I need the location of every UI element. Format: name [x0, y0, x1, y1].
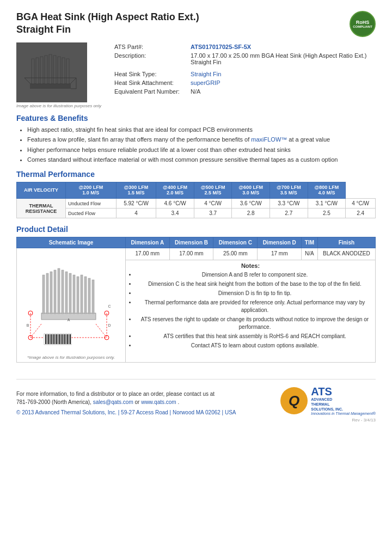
heat-sink-attachment-label: Heat Sink Attachment: — [112, 78, 188, 87]
svg-rect-7 — [58, 57, 60, 84]
ats-fullname-line1: ADVANCED — [311, 397, 376, 402]
dim-c-value: 25.00 mm — [213, 248, 258, 260]
svg-rect-40 — [45, 334, 46, 344]
col-800lfm: @800 LFM4.0 M/S — [308, 182, 346, 199]
svg-rect-44 — [51, 334, 52, 344]
svg-rect-1 — [32, 59, 34, 84]
svg-rect-46 — [53, 334, 54, 344]
feature-item: Features a low profile, slant fin array … — [27, 136, 376, 144]
thermal-unducted-row: THERMAL RESISTANCE Unducted Flow 5.92 °C… — [17, 199, 376, 209]
svg-line-11 — [71, 78, 76, 83]
feature-item: Comes standard without interface materia… — [27, 156, 376, 164]
svg-rect-53 — [63, 334, 64, 344]
svg-rect-4 — [45, 56, 47, 84]
notes-list: Dimension A and B refer to component siz… — [127, 271, 373, 350]
svg-rect-29 — [92, 280, 94, 314]
note-item: ATS reserves the right to update or chan… — [136, 316, 373, 331]
unducted-700: 3.1 °C/W — [308, 199, 346, 209]
ducted-300: 3.4 — [156, 209, 194, 218]
part-label: ATS Part#: — [112, 42, 188, 51]
finish-value: BLACK ANODIZED — [317, 248, 375, 260]
svg-rect-17 — [46, 273, 48, 314]
ats-q-logo: Q — [280, 387, 308, 414]
unducted-300: 4.6 °C/W — [156, 199, 194, 209]
heat-sink-type-value[interactable]: Straight Fin — [191, 71, 221, 77]
feature-item: High aspect ratio, straight fin heat sin… — [27, 126, 376, 134]
ducted-700: 2.5 — [308, 209, 346, 218]
svg-rect-21 — [62, 270, 64, 314]
dimension-a-header: Dimension A — [126, 237, 170, 248]
tim-value: N/A — [302, 248, 318, 260]
svg-rect-0 — [30, 83, 71, 89]
svg-rect-26 — [81, 275, 83, 314]
note-item: Dimension A and B refer to component siz… — [136, 271, 373, 279]
col-500lfm: @500 LFM2.5 M/S — [194, 182, 232, 199]
footer-left: For more information, to find a distribu… — [16, 390, 236, 415]
email-connector: or — [135, 399, 142, 405]
svg-rect-41 — [47, 334, 47, 344]
ats-fullname-line2: THERMAL — [311, 402, 376, 407]
col-200lfm: @200 LFM1.0 M/S — [66, 182, 117, 199]
product-image — [16, 42, 87, 102]
thermal-ducted-row: Ducted Flow 4 3.4 3.7 2.8 2.7 2.5 2.4 — [17, 209, 376, 218]
svg-rect-2 — [36, 58, 39, 84]
dimension-c-header: Dimension C — [213, 237, 258, 248]
note-item: ATS certifies that this heat sink assemb… — [136, 333, 373, 340]
unducted-400: 4 °C/W — [194, 199, 232, 209]
rohs-text: RoHS — [356, 20, 370, 25]
part-number[interactable]: ATS017017025-SF-5X — [191, 44, 251, 50]
equivalent-part-label: Equivalent Part Number: — [112, 87, 188, 96]
thermal-header-row: AIR VELOCITY @200 LFM1.0 M/S @300 LFM1.5… — [17, 182, 376, 199]
unducted-label: Unducted Flow — [66, 199, 117, 209]
heat-sink-attachment-value[interactable]: superGRIP — [191, 79, 220, 86]
svg-rect-25 — [77, 277, 79, 314]
svg-rect-28 — [88, 278, 90, 314]
ats-fullname-line3: SOLUTIONS, INC. — [311, 407, 376, 412]
svg-rect-27 — [84, 277, 87, 314]
ats-tagline: Innovations in Thermal Management® — [311, 412, 376, 415]
footer-copyright: © 2013 Advanced Thermal Solutions, Inc. … — [16, 409, 236, 415]
dimension-d-header: Dimension D — [258, 237, 302, 248]
rohs-compliant-text: COMPLIANT — [353, 25, 372, 28]
schematic-cell: A B C D *Image above is for illustration… — [17, 248, 126, 363]
product-image-caption: Image above is for illustration purposes… — [16, 103, 101, 108]
note-item: Thermal performance data are provided fo… — [136, 299, 373, 314]
svg-rect-20 — [58, 268, 60, 314]
col-300lfm: @300 LFM1.5 M/S — [116, 182, 156, 199]
ducted-200: 4 — [116, 209, 156, 218]
note-item: Dimension D is fin tip to fin tip. — [136, 290, 373, 297]
dimension-b-header: Dimension B — [169, 237, 213, 248]
ducted-800: 2.4 — [346, 209, 376, 218]
svg-rect-5 — [49, 54, 52, 84]
detail-table: Schematic Image Dimension A Dimension B … — [16, 237, 376, 363]
spec-table: ATS Part#: ATS017017025-SF-5X Descriptio… — [112, 42, 376, 96]
svg-rect-52 — [62, 334, 63, 344]
page-container: BGA Heat Sink (High Aspect Ratio Ext.) S… — [16, 11, 376, 423]
notes-cell: Notes: Dimension A and B refer to compon… — [126, 260, 376, 363]
svg-rect-50 — [59, 334, 60, 344]
schematic-image-area: A B C D — [22, 250, 120, 354]
thermal-section: Thermal Performance AIR VELOCITY @200 LF… — [16, 170, 376, 219]
unducted-500: 3.6 °C/W — [232, 199, 270, 209]
heatsink-illustration — [22, 48, 82, 97]
svg-line-10 — [24, 78, 30, 83]
ats-q-letter: Q — [289, 393, 299, 409]
rohs-badge: RoHS COMPLIANT — [350, 11, 376, 37]
svg-rect-51 — [60, 334, 61, 344]
thermal-heading: Thermal Performance — [16, 170, 376, 179]
ducted-500: 2.8 — [232, 209, 270, 218]
note-item: Dimension C is the heat sink height from… — [136, 280, 373, 288]
svg-rect-8 — [62, 58, 65, 84]
footer-website[interactable]: www.qats.com — [141, 399, 176, 405]
unducted-600: 3.3 °C/W — [270, 199, 308, 209]
product-detail-heading: Product Detail — [16, 225, 376, 234]
svg-rect-6 — [53, 56, 56, 84]
ats-acronym: ATS — [311, 386, 376, 397]
unducted-800: 4 °C/W — [346, 199, 376, 209]
ducted-400: 3.7 — [194, 209, 232, 218]
product-info-section: Image above is for illustration purposes… — [16, 42, 376, 108]
footer-email[interactable]: sales@qats.com — [93, 399, 133, 405]
note-item: Contact ATS to learn about custom option… — [136, 342, 373, 350]
col-400lfm: @400 LFM2.0 M/S — [156, 182, 194, 199]
ducted-label: Ducted Flow — [66, 209, 117, 218]
